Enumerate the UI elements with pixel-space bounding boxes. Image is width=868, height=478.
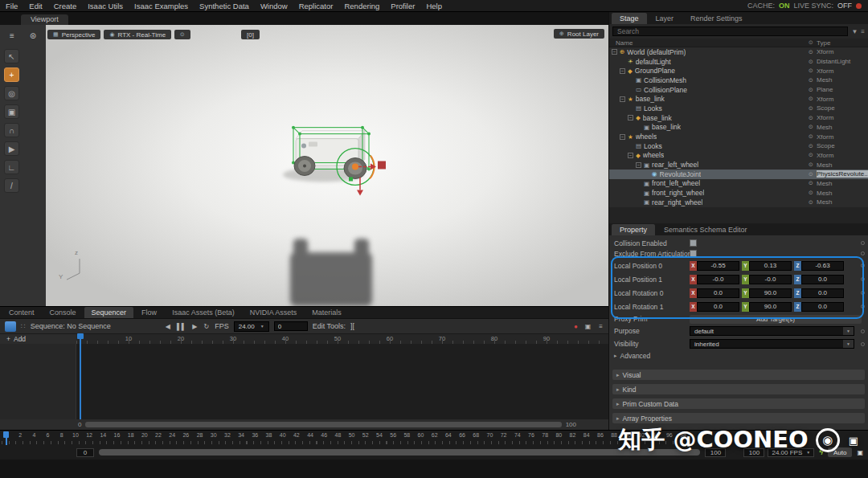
sequencer-playhead[interactable] bbox=[80, 333, 81, 419]
tree-row[interactable]: ▤Looks⊙Scope bbox=[609, 104, 868, 113]
tab-content[interactable]: Content bbox=[2, 307, 42, 318]
visibility-dropdown[interactable]: inherited▼ bbox=[690, 339, 854, 349]
expander-icon[interactable]: − bbox=[636, 162, 641, 168]
purpose-dropdown[interactable]: default▼ bbox=[690, 326, 854, 336]
tree-row[interactable]: ▣front_right_wheel⊙Mesh bbox=[609, 188, 868, 198]
tool-play[interactable]: ▶ bbox=[4, 141, 19, 156]
skip-start-icon[interactable]: ◀ bbox=[166, 323, 170, 330]
y-value-field[interactable]: 90.0 bbox=[749, 302, 792, 312]
tool-move[interactable]: + bbox=[4, 67, 19, 82]
tree-row[interactable]: ◉RevoluteJoint⊙PhysicsRevolute... bbox=[609, 170, 868, 179]
robot-wheel-left[interactable] bbox=[294, 157, 315, 176]
advanced-section-header[interactable]: ▸ Advanced bbox=[609, 350, 868, 362]
z-value-field[interactable]: 0.0 bbox=[801, 302, 844, 312]
tab-nvidia-assets[interactable]: NVIDIA Assets bbox=[243, 307, 305, 318]
expander-icon[interactable]: − bbox=[612, 49, 617, 55]
tab-layer[interactable]: Layer bbox=[648, 13, 682, 24]
menu-item-isaac-utils[interactable]: Isaac Utils bbox=[82, 1, 129, 11]
tab-flow[interactable]: Flow bbox=[134, 307, 164, 318]
menu-item-replicator[interactable]: Replicator bbox=[293, 1, 339, 11]
section-visual[interactable]: ▸Visual bbox=[612, 370, 865, 380]
z-value-field[interactable]: 0.0 bbox=[801, 288, 844, 298]
tool-frame[interactable]: ▣ bbox=[4, 104, 19, 119]
viewport-canvas[interactable]: ▦ Perspective ◉ RTX - Real-Time ⊙ [0] ⊕ … bbox=[46, 25, 608, 306]
menu-item-rendering[interactable]: Rendering bbox=[338, 1, 385, 11]
expander-icon[interactable]: − bbox=[628, 153, 633, 158]
pause-icon[interactable]: ▌▌ bbox=[177, 323, 186, 330]
menu-item-synthetic-data[interactable]: Synthetic Data bbox=[194, 1, 255, 11]
tree-row[interactable]: −◆wheels⊙Xform bbox=[609, 151, 868, 161]
expander-icon[interactable]: − bbox=[620, 134, 625, 140]
tab-sequencer[interactable]: Sequencer bbox=[84, 307, 134, 318]
expander-icon[interactable]: − bbox=[620, 68, 625, 74]
visibility-eye-icon[interactable]: ⊙ bbox=[805, 67, 817, 74]
visibility-settings-button[interactable]: ⊙ bbox=[174, 30, 190, 39]
z-value-field[interactable]: 0.0 bbox=[801, 275, 844, 284]
x-value-field[interactable]: 0.0 bbox=[697, 302, 739, 312]
tab-console[interactable]: Console bbox=[43, 307, 84, 318]
menu-item-edit[interactable]: Edit bbox=[23, 1, 47, 11]
tree-row[interactable]: ▣CollisionMesh⊙Mesh bbox=[609, 76, 868, 85]
visibility-eye-icon[interactable]: ⊙ bbox=[805, 133, 817, 140]
options-menu-icon[interactable]: ≡ bbox=[599, 323, 603, 330]
tab-property[interactable]: Property bbox=[612, 224, 655, 235]
timeline-playhead[interactable] bbox=[6, 431, 7, 445]
expander-icon[interactable]: − bbox=[620, 96, 625, 102]
tree-row[interactable]: ▣rear_right_wheel⊙Mesh bbox=[609, 198, 868, 207]
tab-materials[interactable]: Materials bbox=[305, 307, 349, 318]
tab-semantics-schema-editor[interactable]: Semantics Schema Editor bbox=[656, 224, 755, 235]
hamburger-menu-icon[interactable]: ≡ bbox=[6, 30, 18, 41]
timeline-scrollbar[interactable] bbox=[99, 449, 700, 456]
visibility-eye-icon[interactable]: ⊙ bbox=[805, 143, 817, 149]
column-type[interactable]: Type bbox=[817, 39, 868, 47]
capture-icon[interactable]: ▣ bbox=[585, 323, 592, 330]
x-value-field[interactable]: -0.0 bbox=[697, 275, 739, 284]
tree-row[interactable]: −◆GroundPlane⊙Xform bbox=[609, 66, 868, 76]
tree-row[interactable]: −⊕World (defaultPrim)⊙Xform bbox=[609, 47, 868, 57]
x-value-field[interactable]: -0.55 bbox=[697, 261, 739, 271]
column-options-icon[interactable]: ≡ bbox=[861, 28, 865, 35]
section-prim-custom-data[interactable]: ▸Prim Custom Data bbox=[612, 398, 865, 409]
menu-item-create[interactable]: Create bbox=[48, 1, 83, 11]
visibility-eye-icon[interactable]: ⊙ bbox=[805, 96, 817, 102]
cache-value[interactable]: ON bbox=[779, 2, 790, 10]
record-icon[interactable]: ● bbox=[574, 323, 578, 330]
checkbox[interactable] bbox=[690, 250, 697, 257]
y-value-field[interactable]: 90.0 bbox=[749, 288, 792, 298]
visibility-eye-icon[interactable]: ⊙ bbox=[805, 105, 817, 112]
tree-row[interactable]: −★base_link⊙Xform bbox=[609, 94, 868, 104]
sequencer-ruler[interactable]: + Add 102030405060708090 bbox=[0, 333, 608, 344]
section-kind[interactable]: ▸Kind bbox=[612, 384, 865, 394]
menu-item-file[interactable]: File bbox=[0, 1, 23, 11]
visibility-eye-icon[interactable]: ⊙ bbox=[805, 199, 817, 206]
tab-render-settings[interactable]: Render Settings bbox=[682, 13, 751, 24]
tree-row[interactable]: ▭CollisionPlane⊙Plane bbox=[609, 85, 868, 95]
visibility-eye-icon[interactable]: ⊙ bbox=[805, 77, 817, 84]
column-name[interactable]: Name bbox=[609, 39, 805, 47]
visibility-eye-icon[interactable]: ⊙ bbox=[805, 161, 817, 168]
gear-icon[interactable]: ⊛ bbox=[27, 30, 39, 41]
loop-icon[interactable]: ↻ bbox=[203, 323, 209, 330]
expander-icon[interactable]: − bbox=[628, 115, 633, 121]
tool-pose[interactable]: ∟ bbox=[4, 160, 19, 174]
visibility-eye-icon[interactable]: ⊙ bbox=[805, 190, 817, 196]
tab-isaac-assets-beta[interactable]: Isaac Assets (Beta) bbox=[165, 307, 242, 318]
tree-row[interactable]: ▤Looks⊙Scope bbox=[609, 141, 868, 151]
sequencer-range-start[interactable]: 0 bbox=[78, 421, 81, 428]
y-value-field[interactable]: -0.0 bbox=[749, 275, 792, 284]
tool-select[interactable]: ↖ bbox=[4, 49, 19, 63]
visibility-eye-icon[interactable]: ⊙ bbox=[805, 152, 817, 158]
tree-row[interactable]: ☀defaultLight⊙DistantLight bbox=[609, 57, 868, 67]
visibility-eye-icon[interactable]: ⊙ bbox=[805, 180, 817, 186]
add-targets-button[interactable]: Add Target(s) bbox=[690, 315, 862, 324]
visibility-eye-icon[interactable]: ⊙ bbox=[805, 87, 817, 93]
y-value-field[interactable]: 0.13 bbox=[749, 261, 792, 271]
perspective-button[interactable]: ▦ Perspective bbox=[47, 30, 100, 39]
tree-row[interactable]: −▣rear_left_wheel⊙Mesh bbox=[609, 160, 868, 170]
root-layer-button[interactable]: ⊕ Root Layer bbox=[554, 29, 604, 39]
visibility-column-icon[interactable]: ⊙ bbox=[805, 39, 817, 46]
filter-icon[interactable]: ▼ bbox=[851, 28, 858, 35]
menu-item-window[interactable]: Window bbox=[255, 1, 293, 11]
tab-stage[interactable]: Stage bbox=[612, 13, 647, 24]
section-array-properties[interactable]: ▸Array Properties bbox=[612, 413, 865, 423]
